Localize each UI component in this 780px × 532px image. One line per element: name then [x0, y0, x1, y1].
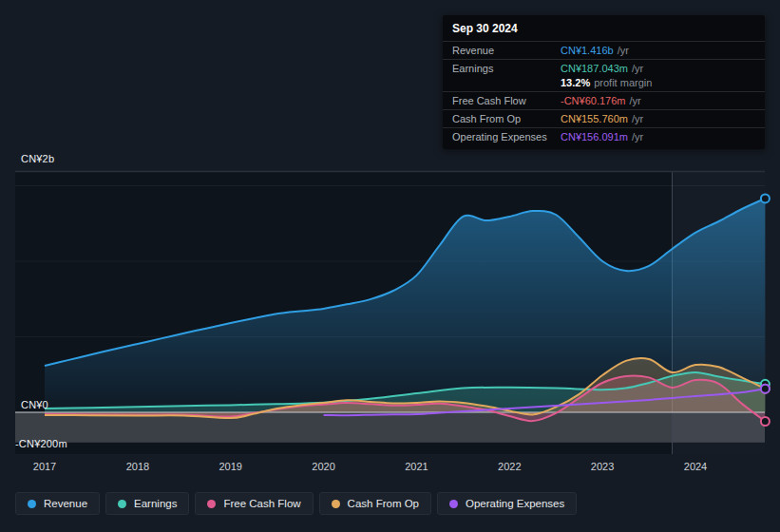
- chart-canvas[interactable]: [15, 171, 765, 454]
- x-axis-label-2023: 2023: [591, 461, 614, 472]
- y-axis-label-top: CN¥2b: [21, 153, 54, 164]
- legend-label: Earnings: [134, 498, 177, 509]
- x-axis-label-2022: 2022: [498, 461, 521, 472]
- legend-label: Operating Expenses: [466, 498, 564, 509]
- legend-item-earnings[interactable]: Earnings: [105, 492, 189, 515]
- tooltip-label: Cash From Op: [452, 113, 561, 124]
- legend: Revenue Earnings Free Cash Flow Cash Fro…: [15, 492, 577, 515]
- legend-dot: [28, 500, 36, 508]
- tooltip-label: Operating Expenses: [452, 131, 561, 142]
- profit-margin-text: profit margin: [594, 77, 652, 88]
- tooltip-value: CN¥156.091m: [561, 131, 628, 142]
- y-axis-label-zero: CN¥0: [21, 399, 48, 410]
- legend-label: Cash From Op: [348, 498, 419, 509]
- legend-item-operating-expenses[interactable]: Operating Expenses: [437, 492, 577, 515]
- tooltip-label: Revenue: [452, 45, 561, 56]
- legend-dot: [207, 500, 216, 508]
- tooltip-label: Earnings: [452, 63, 561, 74]
- tooltip-suffix: /yr: [629, 95, 640, 106]
- legend-dot: [449, 500, 458, 508]
- y-axis-label-negative: -CN¥200m: [15, 438, 67, 449]
- tooltip-value: CN¥187.043m: [561, 63, 628, 74]
- tooltip-row-cash-from-op: Cash From Op CN¥155.760m/yr: [443, 109, 765, 127]
- tooltip-row-revenue: Revenue CN¥1.416b/yr: [443, 41, 765, 59]
- tooltip-suffix: /yr: [632, 63, 643, 74]
- legend-dot: [332, 500, 340, 508]
- legend-label: Revenue: [44, 498, 87, 509]
- x-axis-label-2020: 2020: [312, 461, 334, 472]
- x-axis-label-2024: 2024: [684, 461, 707, 472]
- tooltip-value: CN¥155.760m: [561, 113, 628, 124]
- x-axis-label-2017: 2017: [33, 461, 56, 472]
- legend-label: Free Cash Flow: [223, 498, 300, 509]
- tooltip-value: -CN¥60.176m: [561, 95, 625, 106]
- profit-margin-percent: 13.2%: [561, 77, 590, 88]
- chart-svg: [15, 171, 765, 454]
- legend-item-cash-from-op[interactable]: Cash From Op: [319, 492, 431, 515]
- tooltip-row-free-cash-flow: Free Cash Flow -CN¥60.176m/yr: [443, 91, 765, 109]
- tooltip: Sep 30 2024 Revenue CN¥1.416b/yr Earning…: [443, 15, 765, 149]
- tooltip-row-profit-margin: 13.2%profit margin: [443, 77, 765, 91]
- x-axis-label-2018: 2018: [126, 461, 149, 472]
- tooltip-suffix: /yr: [632, 131, 643, 142]
- tooltip-suffix: /yr: [618, 45, 629, 56]
- tooltip-value: CN¥1.416b: [561, 45, 614, 56]
- tooltip-date: Sep 30 2024: [443, 15, 765, 41]
- tooltip-suffix: /yr: [632, 113, 643, 124]
- x-axis-label-2021: 2021: [405, 461, 428, 472]
- legend-item-revenue[interactable]: Revenue: [15, 492, 100, 515]
- x-axis-label-2019: 2019: [219, 461, 241, 472]
- legend-item-free-cash-flow[interactable]: Free Cash Flow: [195, 492, 313, 515]
- tooltip-row-operating-expenses: Operating Expenses CN¥156.091m/yr: [443, 127, 765, 145]
- tooltip-label: Free Cash Flow: [452, 95, 561, 106]
- tooltip-row-earnings: Earnings CN¥187.043m/yr: [443, 59, 765, 77]
- legend-dot: [118, 500, 126, 508]
- chart-page: CN¥2b CN¥0 -CN¥200m 2017 2018 2019 2020 …: [0, 0, 780, 532]
